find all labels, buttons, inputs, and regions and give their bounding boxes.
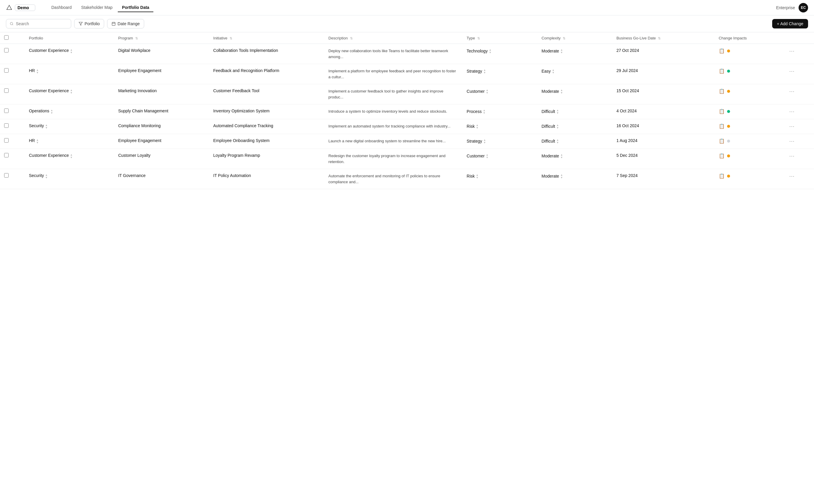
golive-date: 1 Aug 2024 <box>617 138 638 143</box>
portfolio-sort-arrows[interactable]: ▲▼ <box>70 49 73 54</box>
description-cell: Deploy new collaboration tools like Team… <box>324 44 463 64</box>
initiative-cell: Automated Compliance Tracking <box>209 119 324 134</box>
th-type[interactable]: Type ⇅ <box>463 32 537 44</box>
portfolio-sort-arrows[interactable]: ▲▼ <box>45 174 48 179</box>
complexity-sort-arrows[interactable]: ▲▼ <box>556 139 559 144</box>
doc-icon[interactable]: 📋 <box>719 48 725 54</box>
doc-icon[interactable]: 📋 <box>719 123 725 129</box>
portfolio-name: Operations <box>29 109 49 113</box>
initiative-cell: Customer Feedback Tool <box>209 84 324 104</box>
portfolio-sort-arrows[interactable]: ▲▼ <box>45 124 48 129</box>
nav-portfolio-data[interactable]: Portfolio Data <box>118 3 153 12</box>
type-cell: Technology ▲▼ <box>463 44 537 64</box>
more-actions-btn[interactable]: ··· <box>789 88 795 94</box>
description-cell: Implement a platform for employee feedba… <box>324 64 463 84</box>
complexity-sort-arrows[interactable]: ▲▼ <box>556 124 559 129</box>
row-checkbox[interactable] <box>4 123 9 128</box>
type-sort-arrows[interactable]: ▲▼ <box>486 89 489 94</box>
description-text: Redesign the customer loyalty program to… <box>328 154 446 164</box>
type-sort-arrows[interactable]: ▲▼ <box>483 139 486 144</box>
complexity-value: Difficult <box>541 109 555 114</box>
th-complexity[interactable]: Complexity ⇅ <box>537 32 612 44</box>
description-cell: Implement a customer feedback tool to ga… <box>324 84 463 104</box>
row-checkbox[interactable] <box>4 173 9 178</box>
brand-select[interactable]: DemoDemo <box>15 4 35 11</box>
more-actions-btn[interactable]: ··· <box>789 123 795 129</box>
portfolio-sort-arrows[interactable]: ▲▼ <box>70 89 73 94</box>
date-range-btn[interactable]: Date Range <box>107 19 144 28</box>
type-value: Customer <box>467 89 485 94</box>
more-actions-btn[interactable]: ··· <box>789 48 795 54</box>
table-row: Security ▲▼ Compliance Monitoring Automa… <box>0 119 814 134</box>
th-description[interactable]: Description ⇅ <box>324 32 463 44</box>
nav-dashboard[interactable]: Dashboard <box>47 3 76 12</box>
portfolio-name: Customer Experience <box>29 88 69 93</box>
doc-icon[interactable]: 📋 <box>719 153 725 159</box>
search-input[interactable] <box>16 21 67 26</box>
select-all-checkbox[interactable] <box>4 35 9 40</box>
more-actions-btn[interactable]: ··· <box>789 173 795 179</box>
type-value: Strategy <box>467 69 482 74</box>
th-golive[interactable]: Business Go-Live Date ⇅ <box>612 32 715 44</box>
portfolio-name: HR <box>29 68 35 73</box>
description-cell: Automate the enforcement and monitoring … <box>324 169 463 189</box>
doc-icon[interactable]: 📋 <box>719 68 725 74</box>
complexity-sort-arrows[interactable]: ▲▼ <box>556 109 559 114</box>
more-actions-btn[interactable]: ··· <box>789 109 795 114</box>
impacts-cell: 📋 <box>715 104 785 119</box>
complexity-sort-arrows[interactable]: ▲▼ <box>560 49 563 54</box>
type-sort-arrows[interactable]: ▲▼ <box>483 69 486 74</box>
complexity-sort-arrows[interactable]: ▲▼ <box>560 154 563 159</box>
th-portfolio: Portfolio <box>25 32 114 44</box>
row-checkbox[interactable] <box>4 68 9 73</box>
user-avatar[interactable]: EC <box>799 3 808 12</box>
complexity-value: Difficult <box>541 124 555 129</box>
more-actions-btn[interactable]: ··· <box>789 68 795 74</box>
more-actions-btn[interactable]: ··· <box>789 153 795 159</box>
row-checkbox[interactable] <box>4 88 9 93</box>
row-checkbox[interactable] <box>4 48 9 52</box>
complexity-sort-arrows[interactable]: ▲▼ <box>552 69 555 74</box>
type-cell: Customer ▲▼ <box>463 84 537 104</box>
actions-cell: ··· <box>785 44 814 64</box>
doc-icon[interactable]: 📋 <box>719 88 725 94</box>
type-cell: Customer ▲▼ <box>463 149 537 169</box>
description-sort-icon: ⇅ <box>350 36 353 40</box>
nav-links: Dashboard Stakeholder Map Portfolio Data <box>47 3 769 12</box>
more-actions-btn[interactable]: ··· <box>789 138 795 144</box>
portfolio-sort-arrows[interactable]: ▲▼ <box>70 154 73 159</box>
row-checkbox[interactable] <box>4 109 9 113</box>
complexity-sort-arrows[interactable]: ▲▼ <box>560 174 563 179</box>
type-sort-arrows[interactable]: ▲▼ <box>486 154 489 159</box>
type-sort-arrows[interactable]: ▲▼ <box>483 109 486 114</box>
th-impacts: Change Impacts <box>715 32 785 44</box>
doc-icon[interactable]: 📋 <box>719 138 725 144</box>
row-checkbox[interactable] <box>4 153 9 157</box>
portfolio-sort-arrows[interactable]: ▲▼ <box>36 69 39 74</box>
add-change-btn[interactable]: + Add Change <box>772 19 808 28</box>
portfolio-cell: Security ▲▼ <box>25 169 114 189</box>
nav-stakeholder-map[interactable]: Stakeholder Map <box>77 3 117 12</box>
portfolio-sort-arrows[interactable]: ▲▼ <box>36 139 39 144</box>
th-program[interactable]: Program ⇅ <box>114 32 209 44</box>
portfolio-sort-arrows[interactable]: ▲▼ <box>50 109 53 114</box>
status-dot <box>727 175 730 178</box>
th-actions <box>785 32 814 44</box>
portfolio-filter-btn[interactable]: Portfolio <box>74 19 104 28</box>
th-initiative[interactable]: Initiative ⇅ <box>209 32 324 44</box>
type-sort-arrows[interactable]: ▲▼ <box>476 174 479 179</box>
doc-icon[interactable]: 📋 <box>719 173 725 179</box>
description-cell: Redesign the customer loyalty program to… <box>324 149 463 169</box>
doc-icon[interactable]: 📋 <box>719 109 725 114</box>
type-sort-arrows[interactable]: ▲▼ <box>489 49 492 54</box>
type-value: Risk <box>467 174 475 178</box>
search-box[interactable] <box>6 19 71 28</box>
type-sort-arrows[interactable]: ▲▼ <box>476 124 479 129</box>
complexity-value: Moderate <box>541 154 559 158</box>
row-checkbox[interactable] <box>4 138 9 143</box>
type-value: Strategy <box>467 139 482 143</box>
brand[interactable]: DemoDemo <box>6 4 35 11</box>
golive-cell: 15 Oct 2024 <box>612 84 715 104</box>
portfolio-cell: Customer Experience ▲▼ <box>25 149 114 169</box>
complexity-sort-arrows[interactable]: ▲▼ <box>560 89 563 94</box>
